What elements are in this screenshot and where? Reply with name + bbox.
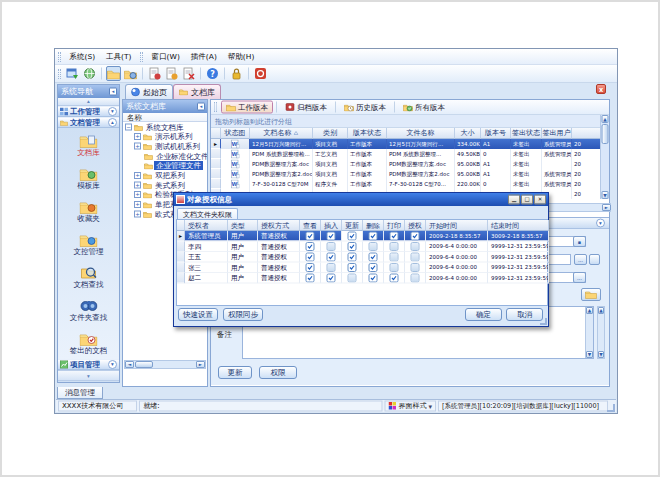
checkbox-unchecked[interactable] bbox=[327, 242, 336, 251]
scroll-up-icon[interactable]: ▲ bbox=[586, 307, 593, 314]
checkbox-checked[interactable] bbox=[327, 231, 336, 240]
tree-pin-icon[interactable]: ◂ bbox=[197, 103, 205, 111]
tree-item-5[interactable]: 企业管理文件 bbox=[123, 161, 207, 171]
grid-column-6[interactable]: 大小 bbox=[455, 128, 481, 139]
grid-row-5[interactable]: W7-F-30-0128 C型70M程序文件工作版本7-F-30-0128 C型… bbox=[211, 179, 600, 189]
menu-item-3[interactable]: 窗口(W) bbox=[146, 49, 185, 64]
tree-item-3[interactable]: +测试机机系列 bbox=[123, 141, 207, 151]
dialog-column-4[interactable]: 查看 bbox=[300, 220, 321, 231]
checkbox-unchecked[interactable] bbox=[348, 273, 357, 282]
sidebar-item-2[interactable]: 模板库 bbox=[58, 161, 119, 194]
checkbox-checked[interactable] bbox=[369, 252, 378, 261]
perm-sync-button[interactable]: 权限同步 bbox=[223, 308, 263, 321]
grid-column-3[interactable]: 类别 bbox=[313, 128, 348, 139]
dialog-column-8[interactable]: 打印 bbox=[384, 220, 405, 231]
dialog-column-2[interactable]: 类型 bbox=[228, 220, 258, 231]
expand-icon[interactable]: + bbox=[134, 172, 141, 179]
expand-icon[interactable]: + bbox=[134, 182, 141, 189]
checkbox-checked[interactable] bbox=[306, 263, 315, 272]
checkbox-checked[interactable] bbox=[348, 252, 357, 261]
menu-item-2[interactable]: 工具(T) bbox=[101, 49, 137, 64]
scroll-thumb[interactable] bbox=[602, 124, 609, 144]
dialog-column-11[interactable]: 结束时间 bbox=[488, 220, 549, 231]
sidebar-group-2[interactable]: 文档管理▴ bbox=[58, 117, 119, 128]
checkbox-checked[interactable] bbox=[390, 273, 399, 282]
ok-button[interactable]: 确定 bbox=[465, 308, 502, 321]
permission-row-2[interactable]: 李四用户普通授权2009-6-4 0:00:009999-12-31 23:59… bbox=[177, 242, 547, 253]
dialog-column-5[interactable]: 插入 bbox=[321, 220, 342, 231]
checkbox-checked[interactable] bbox=[369, 273, 378, 282]
dialog-column-6[interactable]: 更新 bbox=[342, 220, 363, 231]
grid-row-3[interactable]: WPDM数据整理方案.doc项目文档工作版本PDM数据整理方案.doc95.00… bbox=[211, 159, 600, 169]
checkbox-checked[interactable] bbox=[306, 242, 315, 251]
menu-item-4[interactable]: 插件(A) bbox=[185, 49, 222, 64]
lock-icon[interactable] bbox=[229, 66, 244, 81]
checkbox-checked[interactable] bbox=[348, 242, 357, 251]
version-button-3[interactable]: 历史版本 bbox=[339, 101, 391, 114]
field-button2-icon[interactable] bbox=[589, 254, 600, 265]
grid-vertical-scrollbar[interactable]: ▲ ▼ bbox=[600, 115, 609, 199]
checkbox-checked[interactable] bbox=[348, 263, 357, 272]
checkbox-checked[interactable] bbox=[306, 273, 315, 282]
checkbox-unchecked[interactable] bbox=[390, 252, 399, 261]
scroll-up-icon[interactable]: ▲ bbox=[602, 115, 609, 123]
grid-row-4[interactable]: WPDM数据整理方案2.doc项目文档工作版本PDM数据整理方案2.doc95.… bbox=[211, 169, 600, 179]
sidebar-group-3[interactable]: 项目管理▾ bbox=[58, 359, 119, 370]
power-icon[interactable] bbox=[253, 66, 268, 81]
scroll-thumb[interactable] bbox=[135, 361, 153, 368]
folder-open-icon[interactable] bbox=[106, 66, 121, 81]
scroll-down-icon[interactable]: ▼ bbox=[602, 191, 609, 199]
scroll-up-icon[interactable]: ▲ bbox=[598, 307, 604, 314]
help-icon[interactable]: ? bbox=[205, 66, 220, 81]
checkbox-unchecked[interactable] bbox=[411, 263, 420, 272]
permission-row-5[interactable]: 赵二用户普通授权2009-6-4 0:00:009999-12-31 23:59… bbox=[177, 273, 547, 284]
doc-red-icon[interactable] bbox=[147, 66, 162, 81]
tree-item-4[interactable]: 企业标准化文件 bbox=[123, 151, 207, 161]
dialog-column-9[interactable]: 授权 bbox=[405, 220, 426, 231]
tab-start-page[interactable]: 起始页 bbox=[125, 84, 173, 99]
grid-column-2[interactable]: 文档名称 bbox=[250, 128, 313, 139]
doc-orange-icon[interactable] bbox=[164, 66, 179, 81]
permission-button[interactable]: 权限 bbox=[259, 366, 297, 379]
checkbox-checked[interactable] bbox=[369, 231, 378, 240]
scroll-right-icon[interactable]: ► bbox=[602, 204, 611, 211]
quick-set-button[interactable]: 快速设置 bbox=[178, 308, 218, 321]
dialog-column-1[interactable]: 受权者 bbox=[185, 220, 228, 231]
grid-column-1[interactable]: 状态图 bbox=[221, 128, 250, 139]
expand-icon[interactable]: + bbox=[134, 191, 141, 198]
expand-icon[interactable]: + bbox=[134, 133, 141, 140]
tab-document-library[interactable]: 文档库 bbox=[173, 84, 221, 99]
grid-column-8[interactable]: 签出状态 bbox=[511, 128, 542, 139]
sidebar-item-5[interactable]: 文档查找 bbox=[58, 260, 119, 293]
grid-column-4[interactable]: 版本状态 bbox=[348, 128, 387, 139]
globe-icon[interactable] bbox=[82, 66, 97, 81]
expand-icon[interactable]: + bbox=[134, 201, 141, 208]
folder-view-icon[interactable] bbox=[123, 66, 138, 81]
close-tab-icon[interactable]: x bbox=[596, 84, 606, 94]
expand-icon[interactable]: + bbox=[134, 211, 141, 218]
checkbox-checked[interactable] bbox=[327, 252, 336, 261]
checkbox-unchecked[interactable] bbox=[411, 273, 420, 282]
chevron-down-icon[interactable]: ▾ bbox=[108, 107, 117, 116]
version-button-2[interactable]: 归档版本 bbox=[280, 101, 332, 114]
collapse-icon[interactable]: − bbox=[125, 123, 132, 130]
scroll-left-icon[interactable]: ◄ bbox=[125, 361, 134, 368]
doc-delete-icon[interactable] bbox=[181, 66, 196, 81]
tab-folder-permissions[interactable]: 文档文件夹权限 bbox=[177, 208, 238, 219]
checkbox-unchecked[interactable] bbox=[390, 242, 399, 251]
dialog-resize-grip[interactable] bbox=[540, 318, 547, 325]
cancel-button[interactable]: 取消 bbox=[506, 308, 543, 321]
sidebar-group-1[interactable]: 工作管理▾ bbox=[58, 106, 119, 117]
chevron-up-icon[interactable]: ▴ bbox=[108, 118, 117, 127]
chevron-down-icon[interactable]: ▾ bbox=[596, 219, 605, 228]
menu-item-5[interactable]: 帮助(H) bbox=[222, 49, 259, 64]
ellipsis-button-icon[interactable]: … bbox=[573, 272, 586, 283]
tree-item-6[interactable]: +双把系列 bbox=[123, 170, 207, 180]
permission-row-3[interactable]: 王五用户普通授权2009-6-4 0:00:009999-12-31 23:59… bbox=[177, 252, 547, 263]
checkbox-checked[interactable] bbox=[411, 231, 420, 240]
sidebar-more-bar[interactable]: ▾ bbox=[58, 370, 119, 381]
remark-scrollbar[interactable]: ▲ ▼ bbox=[585, 307, 593, 358]
checkbox-checked[interactable] bbox=[306, 252, 315, 261]
grid-column-9[interactable]: 签出用户 bbox=[542, 128, 572, 139]
close-icon[interactable]: ✕ bbox=[534, 195, 546, 205]
